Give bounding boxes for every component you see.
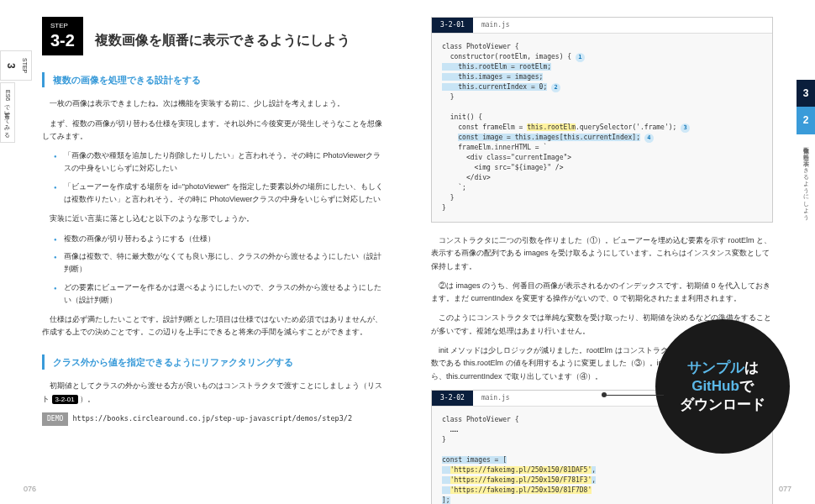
callout-2: 2 [551,83,560,92]
sidetab-step: STEP 3 [0,50,32,81]
step-badge: STEP 3-2 [42,17,83,55]
callout-1: 1 [576,53,585,62]
callout-3: 3 [681,123,690,133]
code-ref-badge: 3-2-01 [432,18,473,33]
section-heading-1: 複数の画像を処理できる設計をする [42,72,384,88]
body-text: 一枚の画像は表示できましたね。次は機能を実装する前に、少し設計を考えましょう。 [42,97,384,110]
download-badge: サンプルは GitHubで ダウンロード [655,319,790,454]
code-header: 3-2-01 main.js [432,18,772,34]
sidetab-label: 複数画像を順番に表示できるようにしよう [797,134,815,225]
section-heading-2: クラス外から値を指定できるようにリファクタリングする [42,354,384,370]
callout-4: 4 [644,134,654,143]
body-text: コンストラクタに二つの引数を作りました（①）。ビューアーを埋め込む要素を示す r… [431,234,773,273]
bullet-list: 複数の画像が切り替わるようにする（仕様） 画像は複数で、特に最大数がなくても良い… [54,233,384,307]
demo-url-line: DEMO https://books.circlearound.co.jp/st… [42,412,384,426]
body-text: 仕様は必ず満たしたいことです。設計判断とした項目は仕様ではないため必須ではありま… [42,313,384,339]
page-title: 複数画像を順番に表示できるようにしよう [95,29,350,55]
body-text: 初期値としてクラスの外から渡せる方が良いものはコンストラクタで渡すことにしましょ… [42,380,384,406]
page-right: 3-2-01 main.js class PhotoViewer { const… [408,0,815,504]
title-row: STEP 3-2 複数画像を順番に表示できるようにしよう [42,17,384,55]
page-number: 077 [779,483,791,496]
body-text: ②は images のうち、何番目の画像が表示されるかのインデックスです。初期値… [431,280,773,306]
sidetab-label: ES6で書いてみる [0,82,15,142]
list-item: どの要素にビューアーを作るかは選べるようにしたいので、クラスの外から渡せるように… [54,281,384,307]
book-spread: STEP 3 ES6で書いてみる STEP 3-2 複数画像を順番に表示できるよ… [0,0,815,504]
code-filename: main.js [473,391,518,406]
code-filename: main.js [473,18,518,33]
code-ref-badge: 3-2-01 [52,395,78,404]
body-text: まず、複数の画像が切り替わる仕様を実現します。それ以外に今後変更が発生しそうなこ… [42,118,384,144]
demo-tag: DEMO [42,412,68,426]
list-item: 「ビューアーを作成する場所を id="photoViewer" を指定した要素以… [54,181,384,207]
code-ref-badge: 3-2-02 [432,391,473,406]
code-listing-1: 3-2-01 main.js class PhotoViewer { const… [431,17,773,223]
list-item: 画像は複数で、特に最大数がなくても良い形にし、クラスの外から渡せるようにしたい（… [54,250,384,276]
code-body: class PhotoViewer { constructor(rootElm,… [432,34,772,222]
body-text: 実装に近い言葉に落とし込むと以下のような形でしょうか。 [42,213,384,225]
page-left: STEP 3 ES6で書いてみる STEP 3-2 複数画像を順番に表示できるよ… [0,0,408,504]
left-sidetab: STEP 3 ES6で書いてみる [0,50,13,144]
demo-url[interactable]: https://books.circlearound.co.jp/step-up… [72,414,352,423]
page-number: 076 [24,483,36,496]
right-sidetab: 3 2 複数画像を順番に表示できるようにしよう [797,80,815,225]
sidetab-chapter: 3 [797,80,815,107]
list-item: 「画像の数や種類を追加したり削除したりしたい」と言われそう。その時に Photo… [54,150,384,176]
list-item: 複数の画像が切り替わるようにする（仕様） [54,233,384,245]
bullet-list: 「画像の数や種類を追加したり削除したりしたい」と言われそう。その時に Photo… [54,150,384,206]
sidetab-section: 2 [797,107,815,134]
